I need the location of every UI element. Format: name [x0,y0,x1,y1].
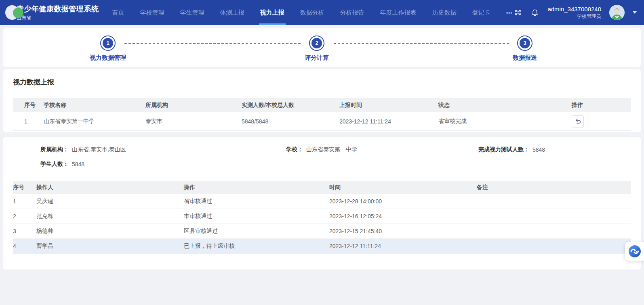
cell-index: 1 [13,118,44,125]
nav-item-history-data[interactable]: 历史数据 [431,0,458,25]
user-avatar[interactable] [609,5,625,20]
col-actions: 操作 [572,102,631,109]
navbar-right: admin_3437008240 学校管理员 [514,0,644,25]
col-status: 状态 [438,102,572,109]
student-count-value: 5848 [72,161,84,167]
nav-item-school-mgmt[interactable]: 学校管理 [139,0,166,25]
field-completed-tests: 完成视力测试人数： 5848 [461,146,631,153]
page-title: 视力数据上报 [13,77,641,87]
nav-item-registration-card[interactable]: 登记卡 [471,0,492,25]
col-school-name: 学校名称 [44,102,145,109]
school-label: 学校： [259,146,303,153]
table-row[interactable]: 3 杨德帅 区县审核通过 2023-12-15 21:45:40 [13,224,631,239]
step-vision-data-management[interactable]: 1 视力数据管理 [72,36,144,62]
table-row[interactable]: 1 山东省泰安第一中学 泰安市 5848/5848 2023-12-12 11:… [13,112,631,131]
main-menu: 首页 学校管理 学生管理 体测上报 视力上报 数据分析 分析报告 年度工作报表 … [111,0,514,25]
nav-item-vision-report[interactable]: 视力上报 [259,0,286,25]
app-subtitle: 山东省 [17,15,99,21]
nav-item-student-mgmt[interactable]: 学生管理 [179,0,206,25]
cell-time: 2023-12-12 11:11:24 [329,243,477,249]
user-info[interactable]: admin_3437008240 学校管理员 [547,6,601,19]
organization-label: 所属机构： [13,146,69,153]
col-time: 时间 [329,184,477,191]
detail-info: 所属机构： 山东省,泰安市,泰山区 学校： 山东省泰安第一中学 完成视力测试人数… [13,146,631,168]
brand-block: 青少年健康数据管理系统 山东省 [17,4,99,21]
step-1-circle: 1 [100,36,116,51]
cell-operation: 区县审核通过 [184,228,329,235]
cell-operator: 范克栋 [36,213,184,220]
cell-operator: 吴庆建 [36,198,184,205]
step-3-circle: 3 [517,36,532,51]
rollback-button[interactable] [572,115,584,127]
col-index: 序号 [13,184,36,191]
history-table-header: 序号 操作人 操作 时间 备注 [13,181,631,194]
organization-value: 山东省,泰安市,泰山区 [72,146,126,153]
nav-item-more[interactable]: ••• [505,0,514,25]
field-student-count: 学生人数： 5848 [13,161,259,168]
top-navbar: 青少年健康数据管理系统 山东省 首页 学校管理 学生管理 体测上报 视力上报 数… [0,0,644,25]
nav-item-fitness-report[interactable]: 体测上报 [219,0,246,25]
stepper-connector [124,43,301,44]
user-name: admin_3437008240 [547,6,601,13]
cell-index: 2 [13,213,36,219]
col-remark: 备注 [477,184,631,191]
cell-operator: 杨德帅 [36,228,184,235]
app-logo [5,4,13,21]
notification-bell-icon[interactable] [530,8,539,17]
fullscreen-icon[interactable] [514,8,522,17]
cell-index: 1 [13,198,36,205]
cell-operator: 曹学晶 [36,242,184,250]
school-value: 山东省泰安第一中学 [306,146,357,153]
report-table: 序号 学校名称 所属机构 实测人数/本校总人数 上报时间 状态 操作 1 山东省… [13,98,631,131]
stepper-connector [334,43,509,44]
service-widget-icon [628,245,641,258]
step-1-label: 视力数据管理 [72,54,144,62]
cell-tested-total: 5848/5848 [242,118,339,125]
user-role: 学校管理员 [547,13,601,19]
cell-organization: 泰安市 [145,118,242,125]
cell-index: 3 [13,228,36,234]
step-data-submission[interactable]: 3 数据报送 [488,36,561,62]
service-widget-button[interactable] [625,242,644,261]
detail-card: 所属机构： 山东省,泰安市,泰山区 学校： 山东省泰安第一中学 完成视力测试人数… [3,137,641,269]
step-3-label: 数据报送 [488,54,561,62]
cell-operation: 省审核通过 [184,198,329,205]
vision-report-card: 视力数据上报 序号 学校名称 所属机构 实测人数/本校总人数 上报时间 状态 操… [3,69,641,132]
field-school: 学校： 山东省泰安第一中学 [259,146,461,153]
chevron-down-icon[interactable] [633,11,637,14]
table-row[interactable]: 1 吴庆建 省审核通过 2023-12-28 14:00:00 [13,194,631,209]
col-report-time: 上报时间 [339,102,438,109]
completed-tests-label: 完成视力测试人数： [461,146,529,153]
step-1-number: 1 [103,38,113,48]
step-2-label: 评分计算 [280,54,353,62]
nav-item-home[interactable]: 首页 [111,0,126,25]
step-2-number: 2 [311,38,322,48]
nav-item-data-analysis[interactable]: 数据分析 [299,0,326,25]
completed-tests-value: 5848 [532,146,545,153]
nav-item-annual-report[interactable]: 年度工作报表 [379,0,418,25]
step-3-number: 3 [520,38,530,48]
logo-green-circle [13,8,23,18]
col-operator: 操作人 [36,184,184,191]
student-count-label: 学生人数： [13,161,69,168]
cell-time: 2023-12-28 14:00:00 [329,198,477,205]
stepper-card: 1 视力数据管理 2 评分计算 3 数据报送 [3,28,641,67]
cell-status: 省审核完成 [438,118,572,125]
cell-school-name: 山东省泰安第一中学 [44,118,145,125]
cell-index: 4 [13,243,36,249]
step-score-calculation[interactable]: 2 评分计算 [280,36,353,62]
table-row-highlighted[interactable]: 4 曹学晶 已上报，待上级审核 2023-12-12 11:11:24 [13,239,631,254]
nav-item-analysis-report[interactable]: 分析报告 [339,0,366,25]
field-organization: 所属机构： 山东省,泰安市,泰山区 [13,146,259,153]
cell-operation: 已上报，待上级审核 [184,242,329,250]
cell-report-time: 2023-12-12 11:11:24 [339,118,438,125]
report-table-header: 序号 学校名称 所属机构 实测人数/本校总人数 上报时间 状态 操作 [13,98,631,112]
table-row[interactable]: 2 范克栋 市审核通过 2023-12-16 12:05:24 [13,209,631,224]
cell-operation: 市审核通过 [184,213,329,220]
history-table: 序号 操作人 操作 时间 备注 1 吴庆建 省审核通过 2023-12-28 1… [13,181,631,254]
col-tested-total: 实测人数/本校总人数 [242,102,339,109]
col-organization: 所属机构 [145,102,242,109]
undo-icon [575,118,581,125]
app-title: 青少年健康数据管理系统 [17,4,99,14]
cell-time: 2023-12-15 21:45:40 [329,228,477,234]
